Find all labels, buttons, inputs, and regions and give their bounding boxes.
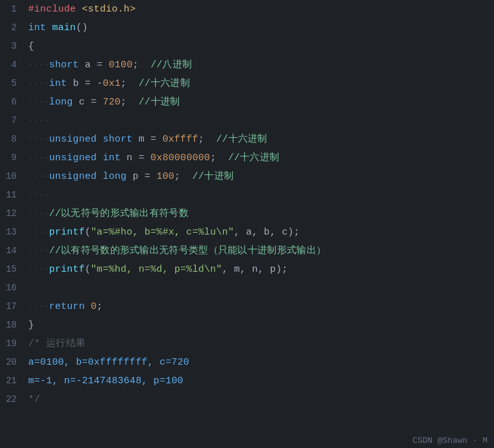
line-number: 19 [0,335,24,353]
line-number: 6 [0,93,24,112]
table-row: 2int main() [0,19,494,37]
line-number: 4 [0,56,24,74]
table-row: 17····return 0; [0,297,494,316]
code-line-content: ···· [24,186,494,204]
code-line-content: ····return 0; [24,297,494,316]
line-number: 9 [0,149,24,167]
line-number: 17 [0,297,24,316]
table-row: 1#include <stdio.h> [0,0,494,19]
line-number: 13 [0,223,24,242]
table-row: 9····unsigned int n = 0x80000000; //十六进制 [0,149,494,167]
code-line-content: ····int b = -0x1; //十六进制 [24,74,494,93]
code-line-content: /* 运行结果 [24,335,494,353]
table-row: 12····//以无符号的形式输出有符号数 [0,204,494,223]
table-row: 13····printf("a=%#ho, b=%#x, c=%lu\n", a… [0,223,494,242]
code-line-content: ····printf("m=%hd, n=%d, p=%ld\n", m, n,… [24,260,494,279]
line-number: 10 [0,167,24,186]
code-line-content: a=0100, b=0xffffffff, c=720 [24,353,494,372]
code-line-content: ····//以有符号数的形式输出无符号类型（只能以十进制形式输出） [24,242,494,260]
code-editor: 1#include <stdio.h>2int main()3{4····sho… [0,0,494,448]
table-row: 10····unsigned long p = 100; //十进制 [0,167,494,186]
line-number: 8 [0,130,24,149]
table-row: 4····short a = 0100; //八进制 [0,56,494,74]
table-row: 20a=0100, b=0xffffffff, c=720 [0,353,494,372]
code-line-content: ····printf("a=%#ho, b=%#x, c=%lu\n", a, … [24,223,494,242]
table-row: 22*/ [0,390,494,409]
table-row: 5····int b = -0x1; //十六进制 [0,74,494,93]
line-number: 2 [0,19,24,37]
table-row: 18} [0,316,494,335]
line-number: 5 [0,74,24,93]
code-line-content: ····unsigned long p = 100; //十进制 [24,167,494,186]
table-row: 16 [0,279,494,297]
table-row: 7···· [0,112,494,130]
code-line-content: ····unsigned short m = 0xffff; //十六进制 [24,130,494,149]
code-line-content: ····//以无符号的形式输出有符号数 [24,204,494,223]
line-number: 14 [0,242,24,260]
code-line-content: int main() [24,19,494,37]
line-number: 7 [0,112,24,130]
code-table: 1#include <stdio.h>2int main()3{4····sho… [0,0,494,409]
code-line-content: ····unsigned int n = 0x80000000; //十六进制 [24,149,494,167]
table-row: 11···· [0,186,494,204]
table-row: 15····printf("m=%hd, n=%d, p=%ld\n", m, … [0,260,494,279]
line-number: 18 [0,316,24,335]
table-row: 6····long c = 720; //十进制 [0,93,494,112]
table-row: 3{ [0,37,494,56]
table-row: 14····//以有符号数的形式输出无符号类型（只能以十进制形式输出） [0,242,494,260]
line-number: 21 [0,372,24,390]
code-line-content: ····short a = 0100; //八进制 [24,56,494,74]
code-line-content: } [24,316,494,335]
line-number: 12 [0,204,24,223]
table-row: 21m=-1, n=-2147483648, p=100 [0,372,494,390]
code-line-content [24,279,494,297]
line-number: 22 [0,390,24,409]
code-line-content: ····long c = 720; //十进制 [24,93,494,112]
line-number: 11 [0,186,24,204]
table-row: 19/* 运行结果 [0,335,494,353]
footer-label: CSDN @Shawn · M [406,433,494,448]
line-number: 16 [0,279,24,297]
code-line-content: */ [24,390,494,409]
line-number: 20 [0,353,24,372]
line-number: 3 [0,37,24,56]
table-row: 8····unsigned short m = 0xffff; //十六进制 [0,130,494,149]
code-line-content: ···· [24,112,494,130]
line-number: 1 [0,0,24,19]
code-line-content: m=-1, n=-2147483648, p=100 [24,372,494,390]
code-line-content: #include <stdio.h> [24,0,494,19]
line-number: 15 [0,260,24,279]
code-line-content: { [24,37,494,56]
